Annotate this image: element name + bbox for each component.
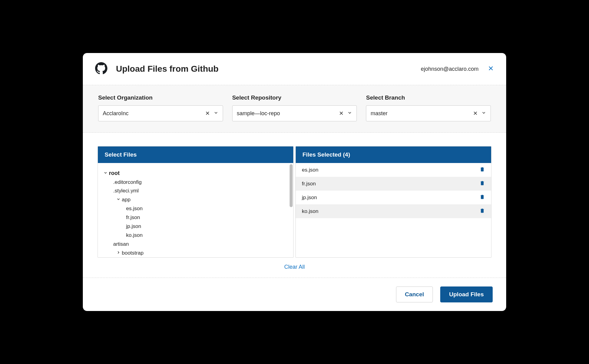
chevron-down-icon [103,169,108,178]
tree-root[interactable]: root [103,169,288,178]
user-email: ejohnson@acclaro.com [421,66,479,72]
select-files-panel: Select Files root.editorconfig.styleci.y… [98,146,294,258]
selected-files-header: Files Selected (4) [296,146,491,163]
organization-label: Select Organization [98,94,223,101]
clear-all-row: Clear All [83,261,506,278]
repository-select[interactable]: sample—loc-repo ✕ [232,105,357,121]
tree-folder[interactable]: bootstrap [103,249,288,257]
select-files-header: Select Files [98,146,293,163]
trash-icon[interactable] [479,166,485,174]
file-tree: root.editorconfig.styleci.ymlappes.jsonf… [98,163,293,257]
upload-files-button[interactable]: Upload Files [440,286,493,302]
repository-label: Select Repository [232,94,357,101]
selected-file-row: jp.json [296,191,491,204]
modal-footer: Cancel Upload Files [83,278,506,311]
chevron-right-icon [116,249,121,257]
tree-file[interactable]: es.json [103,204,288,213]
github-icon [95,62,107,76]
tree-folder[interactable]: app [103,195,288,204]
organization-value: AcclaroInc [103,110,202,117]
organization-select[interactable]: AcclaroInc ✕ [98,105,223,121]
selected-file-name: ko.json [302,208,318,214]
tree-file[interactable]: jp.json [103,222,288,231]
chevron-down-icon [116,195,121,204]
repository-group: Select Repository sample—loc-repo ✕ [232,94,357,121]
branch-label: Select Branch [366,94,491,101]
tree-item-label: .editorconfig [113,178,142,187]
clear-repository-icon[interactable]: ✕ [338,110,345,117]
chevron-down-icon[interactable] [347,110,352,116]
selected-files-list: es.jsonfr.jsonjp.jsonko.json [296,163,491,257]
branch-select[interactable]: master ✕ [366,105,491,121]
tree-item-label: app [122,195,130,204]
selected-file-row: es.json [296,163,491,177]
modal-header: Upload Files from Github ejohnson@acclar… [83,53,506,85]
selected-file-name: es.json [302,167,318,173]
selected-files-panel: Files Selected (4) es.jsonfr.jsonjp.json… [295,146,491,258]
selected-file-row: fr.json [296,177,491,191]
github-upload-modal: Upload Files from Github ejohnson@acclar… [83,53,506,311]
tree-item-label: es.json [126,204,143,213]
header-right: ejohnson@acclaro.com [421,65,494,73]
selected-file-name: fr.json [302,181,316,187]
clear-all-button[interactable]: Clear All [284,264,305,270]
tree-item-label: jp.json [126,222,141,231]
tree-file[interactable]: fr.json [103,213,288,222]
chevron-down-icon[interactable] [481,110,486,116]
selector-row: Select Organization AcclaroInc ✕ Select … [83,85,506,133]
close-icon[interactable] [488,65,494,73]
tree-file[interactable]: ko.json [103,231,288,240]
trash-icon[interactable] [479,180,485,188]
modal-title: Upload Files from Github [116,64,218,74]
tree-file[interactable]: artisan [103,240,288,249]
tree-item-label: .styleci.yml [113,187,139,195]
header-left: Upload Files from Github [95,62,218,76]
trash-icon[interactable] [479,207,485,215]
clear-branch-icon[interactable]: ✕ [472,110,479,117]
selected-file-name: jp.json [302,195,317,201]
repository-value: sample—loc-repo [237,110,336,117]
tree-item-label: artisan [113,240,129,249]
branch-group: Select Branch master ✕ [366,94,491,121]
tree-item-label: ko.json [126,231,143,240]
organization-group: Select Organization AcclaroInc ✕ [98,94,223,121]
tree-file[interactable]: .styleci.yml [103,187,288,195]
chevron-down-icon[interactable] [214,110,218,116]
tree-item-label: bootstrap [122,249,144,257]
tree-item-label: fr.json [126,213,140,222]
selected-file-row: ko.json [296,204,491,218]
trash-icon[interactable] [479,194,485,201]
branch-value: master [371,110,469,117]
tree-root-label: root [109,169,120,178]
file-tree-scroll[interactable]: root.editorconfig.styleci.ymlappes.jsonf… [98,163,293,257]
file-panels: Select Files root.editorconfig.styleci.y… [83,133,506,261]
clear-organization-icon[interactable]: ✕ [204,110,211,117]
tree-file[interactable]: .editorconfig [103,178,288,187]
scrollbar-thumb[interactable] [290,164,293,207]
scrollbar-track[interactable] [289,163,293,257]
cancel-button[interactable]: Cancel [396,286,433,302]
